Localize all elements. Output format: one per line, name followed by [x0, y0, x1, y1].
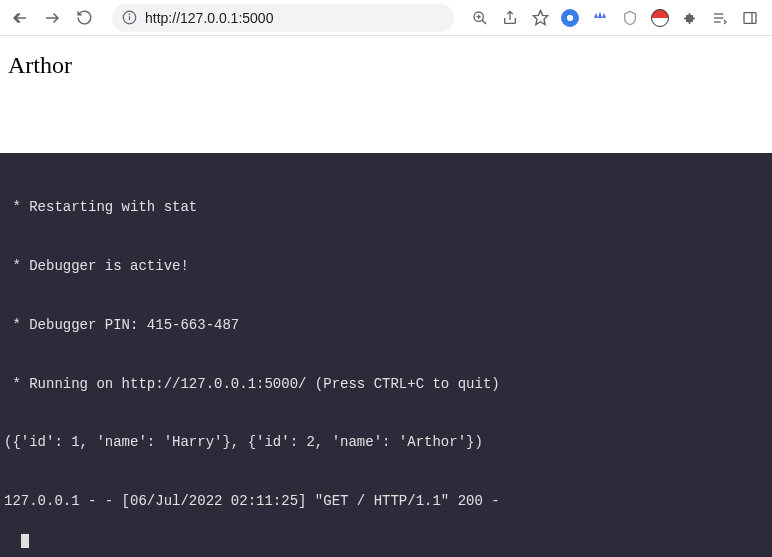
back-button[interactable]	[6, 4, 34, 32]
zoom-icon[interactable]	[470, 8, 490, 28]
svg-marker-10	[533, 10, 547, 24]
address-bar[interactable]: http://127.0.0.1:5000	[112, 4, 454, 32]
terminal-line: * Running on http://127.0.0.1:5000/ (Pre…	[4, 375, 768, 395]
share-icon[interactable]	[500, 8, 520, 28]
browser-toolbar: http://127.0.0.1:5000	[0, 0, 772, 36]
svg-point-4	[129, 14, 130, 15]
terminal-line: 127.0.0.1 - - [06/Jul/2022 02:11:25] "GE…	[4, 492, 768, 512]
svg-line-6	[482, 20, 486, 24]
bookmark-star-icon[interactable]	[530, 8, 550, 28]
extension-icon-3[interactable]	[620, 8, 640, 28]
terminal-cursor	[21, 534, 29, 548]
toolbar-actions	[464, 8, 766, 28]
page-content: Arthor	[0, 36, 772, 153]
reload-button[interactable]	[70, 4, 98, 32]
terminal-line: ({'id': 1, 'name': 'Harry'}, {'id': 2, '…	[4, 433, 768, 453]
site-info-icon[interactable]	[122, 10, 137, 25]
arrow-left-icon	[11, 9, 29, 27]
forward-button[interactable]	[38, 4, 66, 32]
extension-icon-2[interactable]	[590, 8, 610, 28]
extensions-menu-icon[interactable]	[680, 8, 700, 28]
arrow-right-icon	[43, 9, 61, 27]
terminal-line: * Debugger is active!	[4, 257, 768, 277]
extension-icon-4[interactable]	[650, 8, 670, 28]
extension-icon-1[interactable]	[560, 8, 580, 28]
reading-list-icon[interactable]	[710, 8, 730, 28]
terminal-panel[interactable]: * Restarting with stat * Debugger is act…	[0, 153, 772, 557]
side-panel-icon[interactable]	[740, 8, 760, 28]
page-heading: Arthor	[8, 52, 72, 78]
terminal-line: * Debugger PIN: 415-663-487	[4, 316, 768, 336]
svg-rect-14	[744, 12, 756, 23]
url-text[interactable]: http://127.0.0.1:5000	[145, 10, 444, 26]
reload-icon	[76, 9, 93, 26]
terminal-line: * Restarting with stat	[4, 198, 768, 218]
